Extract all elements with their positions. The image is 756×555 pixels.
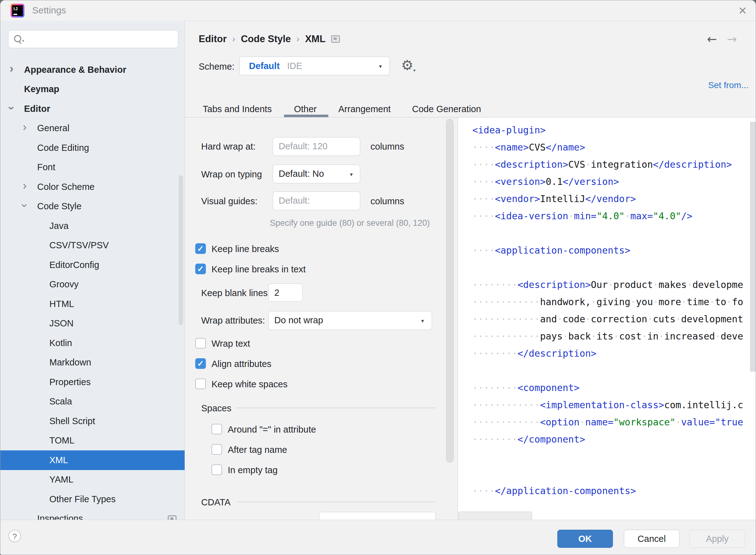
code-line: ············and·code·correction·cuts·dev… xyxy=(472,310,743,328)
search-input[interactable]: ▾ xyxy=(8,30,178,48)
chevron-down-icon[interactable]: › xyxy=(19,204,30,207)
sidebar-item-markdown[interactable]: Markdown xyxy=(0,353,184,373)
sidebar-item-java[interactable]: Java xyxy=(0,216,184,236)
sidebar-item-scala[interactable]: Scala xyxy=(0,392,184,412)
code-line: ····<version>0.1</version> xyxy=(472,173,743,190)
sidebar-item-yaml[interactable]: YAML xyxy=(0,470,184,490)
sidebar-item-xml[interactable]: XML xyxy=(0,451,184,470)
wrap-attributes-label: Wrap attributes: xyxy=(201,315,265,326)
checkbox-unchecked-icon xyxy=(195,379,206,389)
set-from-link[interactable]: Set from... xyxy=(684,80,749,90)
code-line: ····<application-components> xyxy=(472,242,743,259)
sidebar-item-code-editing[interactable]: Code Editing xyxy=(0,138,184,158)
sidebar-item-groovy[interactable]: Groovy xyxy=(0,275,184,295)
sidebar-item-general[interactable]: ›General xyxy=(0,119,184,138)
search-caret-icon: ▾ xyxy=(22,38,25,43)
code-line: ····<idea-version·min="4.0"·max="4.0"/> xyxy=(472,207,743,224)
sidebar-item-properties[interactable]: Properties xyxy=(0,372,184,392)
code-line xyxy=(472,448,743,465)
visual-guides-suffix: columns xyxy=(371,196,404,207)
sidebar-item-other-file-types[interactable]: Other File Types xyxy=(0,489,184,509)
wrap-attributes-select[interactable]: Do not wrap ▼ xyxy=(268,311,432,330)
cdata-partial-control[interactable] xyxy=(319,512,436,520)
checkbox-checked-icon: ✓ xyxy=(195,358,206,369)
sidebar-item-inspections[interactable]: Inspections xyxy=(0,509,184,520)
panel-icon[interactable] xyxy=(331,35,340,43)
chevron-down-icon[interactable]: › xyxy=(6,106,17,110)
search-icon xyxy=(14,35,21,42)
keep-blank-lines-input[interactable]: 2 xyxy=(268,284,303,302)
code-line: ········<description>Our·product·makes·d… xyxy=(472,276,743,293)
gear-caret-icon: ▾ xyxy=(413,68,416,73)
sidebar-item-editor[interactable]: ›Editor xyxy=(0,99,184,119)
sidebar-item-editorconfig[interactable]: EditorConfig xyxy=(0,255,184,275)
ok-button[interactable]: OK xyxy=(557,530,613,548)
gear-icon[interactable]: ⚙ xyxy=(401,57,413,73)
sidebar-item-label: CSV/TSV/PSV xyxy=(49,240,109,251)
sidebar-item-font[interactable]: Font xyxy=(0,158,184,177)
tab-tabs-and-indents[interactable]: Tabs and Indents xyxy=(203,104,272,114)
dialog-icon[interactable] xyxy=(168,515,176,520)
sidebar-scrollbar[interactable] xyxy=(179,175,183,325)
form-scrollbar[interactable] xyxy=(446,119,454,463)
visual-guides-label: Visual guides: xyxy=(201,196,257,207)
tab-code-generation[interactable]: Code Generation xyxy=(412,104,481,114)
sidebar-item-label: Appearance & Behavior xyxy=(24,65,126,75)
back-arrow-icon[interactable]: ← xyxy=(707,32,717,46)
sidebar-item-label: Color Scheme xyxy=(37,182,95,192)
code-line: ········</description> xyxy=(472,345,743,362)
sidebar-item-label: Kotlin xyxy=(49,338,72,348)
code-preview: <idea-plugin>····<name>CVS</name>····<de… xyxy=(472,122,743,500)
sidebar-item-color-scheme[interactable]: ›Color Scheme xyxy=(0,177,184,197)
cdata-section-divider xyxy=(237,502,435,502)
sidebar-item-json[interactable]: JSON xyxy=(0,314,184,334)
sidebar-item-appearance-behavior[interactable]: ›Appearance & Behavior xyxy=(0,60,184,80)
chevron-down-icon: ▼ xyxy=(420,318,425,324)
breadcrumb-code-style[interactable]: Code Style xyxy=(241,33,291,45)
sidebar-item-html[interactable]: HTML xyxy=(0,294,184,314)
sidebar-item-toml[interactable]: TOML xyxy=(0,431,184,451)
sidebar-item-label: Properties xyxy=(49,377,91,387)
guides-hint: Specify one guide (80) or several (80, 1… xyxy=(270,218,430,228)
sidebar-item-label: Java xyxy=(49,221,69,231)
code-hscrollbar-thumb[interactable] xyxy=(458,512,532,520)
cancel-button[interactable]: Cancel xyxy=(624,530,679,548)
code-preview-panel: <idea-plugin>····<name>CVS</name>····<de… xyxy=(458,118,756,520)
sidebar-item-label: Editor xyxy=(24,104,50,114)
sidebar-item-label: Groovy xyxy=(49,279,78,290)
scheme-label: Scheme: xyxy=(199,61,234,72)
hard-wrap-input[interactable]: Default: 120 xyxy=(273,137,360,156)
tab-other[interactable]: Other xyxy=(294,104,317,114)
tab-arrangement[interactable]: Arrangement xyxy=(338,104,391,114)
apply-button[interactable]: Apply xyxy=(689,530,745,548)
close-icon[interactable]: ✕ xyxy=(735,3,750,18)
chevron-right-icon[interactable]: › xyxy=(10,63,13,74)
code-line xyxy=(472,362,743,379)
code-line xyxy=(472,224,743,242)
sidebar-item-shell-script[interactable]: Shell Script xyxy=(0,411,184,431)
sidebar-item-label: TOML xyxy=(49,435,74,446)
sidebar-item-label: Other File Types xyxy=(49,494,116,504)
breadcrumb-editor[interactable]: Editor xyxy=(199,33,227,45)
sidebar-item-code-style[interactable]: ›Code Style xyxy=(0,197,184,216)
help-icon[interactable]: ? xyxy=(8,530,21,542)
scheme-select[interactable]: Default IDE ▼ xyxy=(239,56,390,75)
wrap-on-typing-label: Wrap on typing xyxy=(201,169,262,180)
code-scrollbar[interactable] xyxy=(750,122,756,372)
wrap-on-typing-select[interactable]: Default: No ▼ xyxy=(273,165,360,183)
sidebar-item-label: Shell Script xyxy=(49,416,95,426)
sidebar-item-kotlin[interactable]: Kotlin xyxy=(0,333,184,353)
sidebar-item-label: General xyxy=(37,123,69,133)
chevron-right-icon[interactable]: › xyxy=(23,180,27,191)
checkbox-checked-icon: ✓ xyxy=(195,243,206,254)
visual-guides-input[interactable]: Default: xyxy=(273,191,360,210)
code-line: ········</component> xyxy=(472,431,743,448)
sidebar-item-label: HTML xyxy=(49,299,74,309)
breadcrumb-xml[interactable]: XML xyxy=(305,33,325,45)
chevron-right-icon[interactable]: › xyxy=(23,122,27,133)
checkbox-unchecked-icon xyxy=(211,424,222,434)
sidebar-item-csv-tsv-psv[interactable]: CSV/TSV/PSV xyxy=(0,236,184,255)
forward-arrow-icon[interactable]: → xyxy=(727,32,737,46)
sidebar-item-label: Font xyxy=(37,162,55,172)
sidebar-item-keymap[interactable]: Keymap xyxy=(0,80,184,99)
